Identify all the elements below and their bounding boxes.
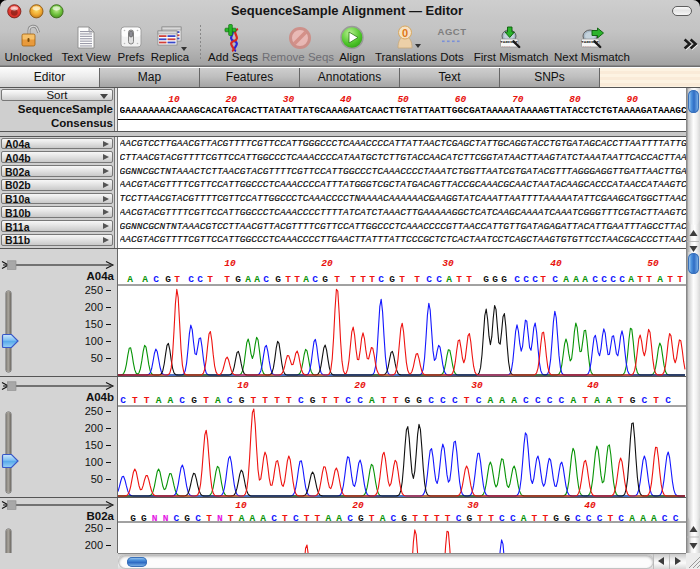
svg-text:G: G <box>501 273 507 284</box>
svg-text:T: T <box>369 273 375 284</box>
svg-text:A: A <box>499 394 505 405</box>
svg-text:A: A <box>511 394 517 405</box>
svg-text:A: A <box>127 273 133 284</box>
svg-text:C: C <box>428 394 434 405</box>
svg-text:C: C <box>197 273 203 284</box>
svg-text:10: 10 <box>237 379 249 390</box>
svg-text:T: T <box>274 394 280 405</box>
svg-text:G: G <box>416 394 422 405</box>
svg-text:C: C <box>227 394 233 405</box>
svg-text:T: T <box>350 273 356 284</box>
svg-text:C: C <box>547 394 553 405</box>
svg-text:C: C <box>188 273 194 284</box>
svg-text:G: G <box>275 273 281 284</box>
svg-text:C: C <box>619 273 625 284</box>
svg-text:C: C <box>179 394 185 405</box>
svg-text:40: 40 <box>587 379 599 390</box>
svg-text:30: 30 <box>467 500 479 511</box>
svg-text:C: C <box>601 273 607 284</box>
svg-text:G: G <box>405 394 411 405</box>
svg-text:T: T <box>207 273 213 284</box>
svg-text:A: A <box>487 394 493 405</box>
svg-text:10: 10 <box>235 500 247 511</box>
svg-text:C: C <box>665 394 671 405</box>
svg-text:C: C <box>263 273 269 284</box>
svg-text:A: A <box>628 273 634 284</box>
svg-text:T: T <box>381 394 387 405</box>
svg-text:T: T <box>174 273 180 284</box>
svg-text:A: A <box>303 273 309 284</box>
svg-text:C: C <box>120 394 126 405</box>
svg-text:G: G <box>239 394 245 405</box>
svg-text:T: T <box>637 273 643 284</box>
svg-text:A: A <box>582 273 588 284</box>
svg-text:C: C <box>535 394 541 405</box>
svg-text:C: C <box>532 273 538 284</box>
svg-text:A: A <box>245 273 251 284</box>
svg-text:T: T <box>653 394 659 405</box>
svg-text:C: C <box>523 273 529 284</box>
svg-text:T: T <box>456 273 462 284</box>
svg-text:AGCT: AGCT <box>438 26 467 37</box>
svg-text:G: G <box>322 273 328 284</box>
svg-text:C: C <box>345 394 351 405</box>
svg-text:T: T <box>250 394 256 405</box>
svg-text:40: 40 <box>584 500 596 511</box>
svg-text:C: C <box>426 273 432 284</box>
svg-text:G: G <box>310 394 316 405</box>
svg-text:C: C <box>153 273 159 284</box>
svg-text:A: A <box>369 394 375 405</box>
svg-text:G: G <box>165 273 171 284</box>
svg-text:C: C <box>298 394 304 405</box>
svg-text:A: A <box>606 394 612 405</box>
svg-text:20: 20 <box>352 500 364 511</box>
svg-text:....: .... <box>501 44 510 48</box>
svg-text:T: T <box>203 394 209 405</box>
svg-text:T: T <box>322 394 328 405</box>
svg-text:0: 0 <box>402 27 408 39</box>
svg-text:T: T <box>334 273 340 284</box>
svg-text:T: T <box>144 394 150 405</box>
svg-text:A: A <box>142 273 148 284</box>
svg-text:T: T <box>618 394 624 405</box>
svg-text:T: T <box>582 394 588 405</box>
svg-text:T: T <box>399 273 405 284</box>
svg-text:A: A <box>168 394 174 405</box>
svg-text:50: 50 <box>647 257 659 268</box>
svg-text:C: C <box>523 394 529 405</box>
svg-text:C: C <box>452 394 458 405</box>
svg-text:C: C <box>514 273 520 284</box>
svg-text:30: 30 <box>471 379 483 390</box>
svg-text:C: C <box>642 394 648 405</box>
svg-text:C: C <box>357 394 363 405</box>
svg-text:T: T <box>540 273 546 284</box>
svg-text:T: T <box>360 273 366 284</box>
svg-text:T: T <box>646 273 652 284</box>
svg-text:T: T <box>262 394 268 405</box>
svg-text:G: G <box>191 394 197 405</box>
svg-text:A: A <box>563 273 569 284</box>
svg-text:....: .... <box>582 44 591 48</box>
svg-text:T: T <box>132 394 138 405</box>
svg-text:C: C <box>559 394 565 405</box>
svg-text:T: T <box>667 273 673 284</box>
svg-text:C: C <box>592 273 598 284</box>
svg-text:T: T <box>333 394 339 405</box>
svg-text:T: T <box>285 273 291 284</box>
svg-text:A: A <box>573 273 579 284</box>
svg-text:10: 10 <box>224 257 236 268</box>
svg-text:C: C <box>440 394 446 405</box>
svg-text:40: 40 <box>550 257 562 268</box>
svg-text:T: T <box>294 273 300 284</box>
svg-text:G: G <box>492 273 498 284</box>
svg-text:A: A <box>570 394 576 405</box>
svg-text:T: T <box>466 273 472 284</box>
svg-text:C: C <box>436 273 442 284</box>
svg-text:A: A <box>594 394 600 405</box>
svg-text:G: G <box>630 394 636 405</box>
svg-text:T: T <box>286 394 292 405</box>
svg-text:G: G <box>483 273 489 284</box>
svg-text:G: G <box>235 273 241 284</box>
svg-text:A: A <box>657 273 663 284</box>
svg-text:G: G <box>389 273 395 284</box>
